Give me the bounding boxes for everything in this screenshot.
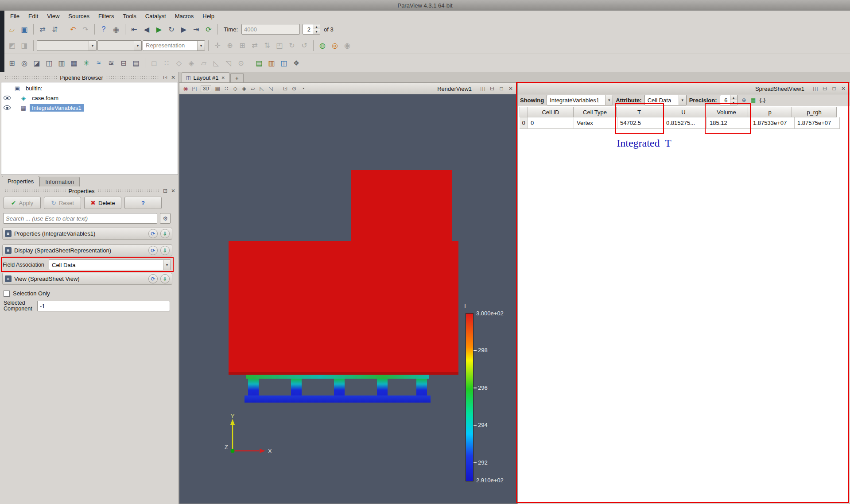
close-dock-icon[interactable]: ✕ — [169, 187, 177, 195]
select-points-on-icon[interactable]: ∷ — [161, 57, 172, 69]
camera-adjust-icon[interactable]: ◉ — [182, 85, 190, 93]
column-header-cell-type[interactable]: Cell Type — [573, 107, 617, 117]
interactive-select-cells-icon[interactable]: ⊡ — [281, 85, 289, 93]
reset-center-icon[interactable]: ⊕ — [224, 40, 236, 51]
chart-view-icon[interactable]: ◫ — [278, 57, 290, 69]
delete-button[interactable]: ✖ Delete — [84, 197, 121, 209]
maximize-view-icon[interactable]: □ — [830, 85, 838, 93]
column-header-cell-id[interactable]: Cell ID — [528, 107, 574, 117]
contour-icon[interactable]: ◎ — [19, 57, 30, 69]
render-viewport[interactable]: T 3.000e+02 298 296 294 292 2.910e+02 Y … — [179, 94, 517, 504]
split-horizontal-icon[interactable]: ◫ — [479, 85, 487, 93]
camera-z-axis-icon[interactable]: ◰ — [274, 40, 285, 51]
open-file-icon[interactable]: ▱ — [6, 23, 18, 35]
selected-component-input[interactable] — [37, 301, 170, 311]
close-view-icon[interactable]: ✕ — [839, 85, 847, 93]
python-view-icon[interactable]: ❖ — [291, 57, 302, 69]
save-defaults-button[interactable]: ⇩ — [160, 229, 170, 238]
select-frustum-cells-icon[interactable]: ◇ — [231, 85, 239, 93]
select-polygon-points-icon[interactable]: ◺ — [258, 85, 266, 93]
reset-button[interactable]: ↻ Reset — [44, 197, 81, 209]
section-properties[interactable]: ≡ Properties (IntegrateVariables1) ⟳ ⇩ — [2, 228, 172, 240]
reload-button[interactable]: ⟳ — [148, 229, 158, 238]
show-only-selected-icon[interactable]: ⊕ — [740, 96, 748, 104]
select-points-through-icon[interactable]: ◈ — [186, 57, 197, 69]
undock-icon[interactable]: ⊡ — [161, 74, 169, 81]
add-layout-tab[interactable]: + — [230, 73, 244, 82]
zoom-closest-icon[interactable]: ◉ — [342, 40, 353, 51]
previous-frame-icon[interactable]: ◀ — [141, 23, 152, 35]
visibility-toggle[interactable] — [1, 105, 13, 110]
pipeline-item-integratevariables1[interactable]: ▦ IntegrateVariables1 — [1, 103, 178, 112]
pipeline-browser-titlebar[interactable]: Pipeline Browser ⊡✕ — [0, 73, 179, 82]
time-input[interactable] — [241, 24, 300, 35]
view-mode-3d[interactable]: 3D — [201, 85, 211, 92]
visibility-toggle[interactable] — [1, 96, 13, 100]
save-data-icon[interactable]: ▣ — [19, 23, 30, 35]
search-input[interactable] — [3, 213, 157, 224]
show-center-axes-icon[interactable]: ✛ — [212, 40, 223, 51]
colorbar[interactable] — [466, 313, 474, 481]
menu-edit[interactable]: Edit — [24, 12, 42, 21]
disconnect-server-icon[interactable]: ⇵ — [49, 23, 61, 35]
camera-snapshot-icon[interactable]: ◉ — [110, 23, 122, 35]
next-frame-icon[interactable]: ▶ — [178, 23, 190, 35]
interactive-select-points-icon[interactable]: ⊙ — [290, 85, 298, 93]
select-points-polygon-icon[interactable]: ◺ — [210, 57, 222, 69]
play-icon[interactable]: ▶ — [153, 23, 165, 35]
select-block-icon[interactable]: ◹ — [267, 85, 275, 93]
help-button[interactable]: ? — [124, 197, 162, 209]
table-corner-cell[interactable] — [520, 107, 528, 117]
stream-tracer-icon[interactable]: ≈ — [93, 57, 105, 69]
column-header-volume[interactable]: Volume — [705, 107, 748, 117]
histogram-view-icon[interactable]: ▥ — [266, 57, 277, 69]
warp-by-vector-icon[interactable]: ≋ — [105, 57, 117, 69]
section-display[interactable]: ≡ Display (SpreadSheetRepresentation) ⟳ … — [2, 244, 172, 256]
save-defaults-button[interactable]: ⇩ — [160, 246, 170, 255]
toggle-notation-icon[interactable]: {..} — [759, 96, 767, 104]
cell-u[interactable]: 0.815275... — [664, 117, 707, 129]
zoom-to-data-icon[interactable]: ◍ — [317, 40, 328, 51]
menu-help[interactable]: Help — [198, 12, 218, 21]
select-cells-through-icon[interactable]: ◇ — [173, 57, 185, 69]
row-header[interactable]: 0 — [520, 117, 528, 129]
interaction-mode-icon[interactable]: ◰ — [190, 85, 198, 93]
calculator-icon[interactable]: ⊞ — [6, 57, 18, 69]
cell-p-rgh[interactable]: 1.87575e+07 — [795, 117, 840, 129]
help-icon[interactable]: ? — [98, 23, 109, 35]
extract-subset-icon[interactable]: ▦ — [68, 57, 80, 69]
redo-icon[interactable]: ↷ — [80, 23, 91, 35]
apply-button[interactable]: ✔ Apply — [4, 197, 41, 209]
reload-button[interactable]: ⟳ — [148, 274, 158, 283]
frame-spinbox[interactable]: 2 ▴▾ — [303, 24, 320, 35]
search-options-button[interactable]: ⚙ — [160, 213, 171, 224]
select-frustum-points-icon[interactable]: ◈ — [240, 85, 248, 93]
menu-view[interactable]: View — [43, 12, 63, 21]
close-dock-icon[interactable]: ✕ — [169, 74, 177, 81]
menu-file[interactable]: File — [6, 12, 23, 21]
tab-layout-1[interactable]: ◫ Layout #1 ✕ — [182, 72, 229, 82]
cell-cell-id[interactable]: 0 — [528, 117, 574, 129]
split-vertical-icon[interactable]: ⊟ — [488, 85, 496, 93]
rescale-range-icon[interactable]: ◨ — [19, 40, 30, 51]
menu-filters[interactable]: Filters — [94, 12, 118, 21]
tab-information[interactable]: Information — [39, 177, 80, 186]
attribute-combo[interactable]: Cell Data ▾ — [644, 95, 687, 105]
undock-icon[interactable]: ⊡ — [161, 187, 169, 195]
column-header-u[interactable]: U — [662, 107, 705, 117]
cell-p[interactable]: 1.87533e+07 — [750, 117, 795, 129]
cell-t[interactable]: 54702.5 — [617, 117, 664, 129]
tab-properties[interactable]: Properties — [2, 176, 39, 186]
menu-macros[interactable]: Macros — [171, 12, 198, 21]
spin-arrows[interactable]: ▴▾ — [313, 24, 320, 34]
menu-sources[interactable]: Sources — [64, 12, 93, 21]
undo-icon[interactable]: ↶ — [67, 23, 79, 35]
group-datasets-icon[interactable]: ⊟ — [118, 57, 129, 69]
interactive-select-icon[interactable]: ⊙ — [235, 57, 247, 69]
loop-icon[interactable]: ↻ — [166, 23, 177, 35]
first-frame-icon[interactable]: ⇤ — [128, 23, 140, 35]
select-block-icon[interactable]: ◹ — [223, 57, 234, 69]
precision-spinbox[interactable]: 6 ▴▾ — [720, 95, 737, 105]
close-icon[interactable]: ✕ — [221, 75, 225, 80]
select-cells-on-icon[interactable]: ◻ — [148, 57, 160, 69]
